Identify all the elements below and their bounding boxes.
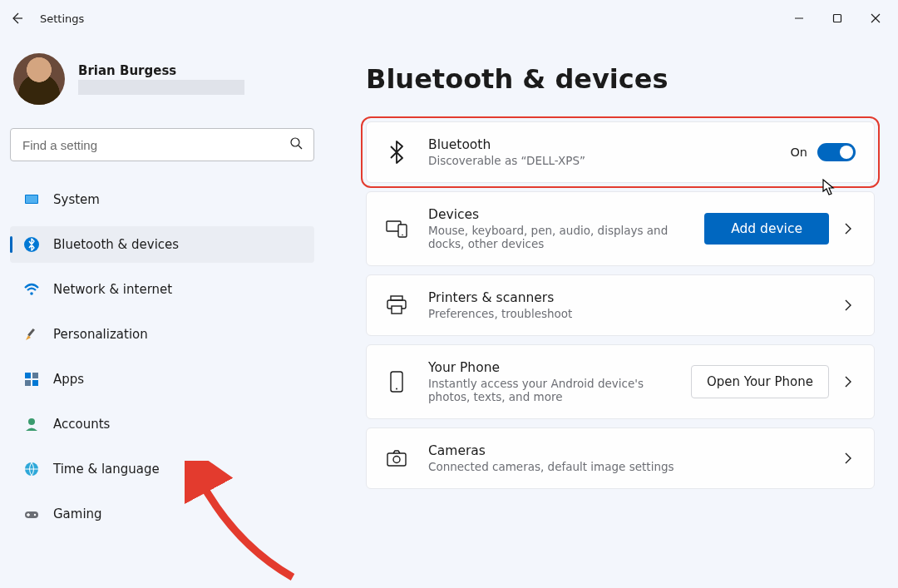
profile-email-redacted	[78, 80, 244, 95]
paintbrush-icon	[23, 326, 40, 343]
gamepad-icon	[23, 506, 40, 522]
svg-point-20	[402, 235, 403, 236]
sidebar-item-label: Network & internet	[53, 282, 172, 297]
back-button[interactable]	[10, 12, 23, 25]
profile[interactable]: Brian Burgess	[10, 53, 314, 105]
svg-rect-9	[25, 373, 31, 378]
svg-rect-11	[25, 380, 31, 386]
svg-rect-26	[387, 453, 406, 466]
svg-rect-23	[392, 306, 402, 314]
sidebar-item-label: Gaming	[53, 506, 102, 521]
bluetooth-icon	[385, 141, 408, 164]
apps-icon	[23, 371, 40, 388]
chevron-right-icon	[844, 223, 856, 235]
sidebar-item-bluetooth-devices[interactable]: Bluetooth & devices	[10, 226, 314, 263]
sidebar-item-time-language[interactable]: Time & language	[10, 451, 314, 487]
svg-point-13	[28, 418, 35, 425]
card-devices-sub: Mouse, keyboard, pen, audio, displays an…	[428, 224, 684, 250]
app-title: Settings	[40, 12, 84, 25]
svg-rect-8	[27, 329, 35, 337]
card-devices-title: Devices	[428, 207, 684, 222]
chevron-right-icon	[844, 452, 856, 464]
chevron-right-icon	[844, 299, 856, 311]
sidebar-item-apps[interactable]: Apps	[10, 361, 314, 398]
search-input[interactable]	[10, 128, 314, 161]
card-printers-title: Printers & scanners	[428, 290, 824, 305]
monitor-icon	[23, 191, 40, 208]
sidebar-item-accounts[interactable]: Accounts	[10, 406, 314, 442]
search-icon	[289, 136, 303, 153]
svg-point-2	[291, 138, 299, 146]
toggle-switch-icon	[817, 143, 856, 161]
devices-icon	[385, 220, 408, 238]
globe-clock-icon	[23, 461, 40, 477]
svg-point-27	[393, 457, 400, 463]
card-bluetooth-sub: Discoverable as “DELL-XPS”	[428, 154, 770, 167]
sidebar: Brian Burgess System Bluetooth & devices…	[0, 37, 324, 588]
sidebar-item-label: Time & language	[53, 462, 160, 477]
svg-rect-10	[32, 373, 38, 378]
sidebar-item-gaming[interactable]: Gaming	[10, 496, 314, 532]
card-your-phone[interactable]: Your Phone Instantly access your Android…	[366, 344, 875, 419]
phone-icon	[385, 370, 408, 393]
open-your-phone-button[interactable]: Open Your Phone	[691, 365, 829, 398]
card-phone-title: Your Phone	[428, 360, 671, 375]
svg-rect-5	[26, 195, 37, 203]
svg-rect-1	[834, 15, 841, 22]
minimize-button[interactable]	[787, 6, 812, 31]
sidebar-item-label: Accounts	[53, 417, 110, 432]
card-bluetooth-title: Bluetooth	[428, 137, 770, 152]
person-icon	[23, 416, 40, 432]
close-button[interactable]	[863, 6, 888, 31]
card-cameras[interactable]: Cameras Connected cameras, default image…	[366, 427, 875, 489]
avatar	[13, 53, 65, 105]
title-bar: Settings	[0, 0, 898, 37]
sidebar-item-label: Bluetooth & devices	[53, 237, 179, 252]
card-printers-sub: Preferences, troubleshoot	[428, 307, 824, 320]
bluetooth-toggle[interactable]: On	[790, 143, 856, 161]
content-area: Bluetooth & devices Bluetooth Discoverab…	[324, 37, 898, 588]
page-title: Bluetooth & devices	[366, 63, 875, 95]
card-cameras-title: Cameras	[428, 443, 824, 458]
sidebar-item-personalization[interactable]: Personalization	[10, 316, 314, 353]
svg-point-25	[396, 388, 397, 390]
svg-point-17	[34, 514, 36, 516]
svg-rect-12	[32, 380, 38, 386]
bluetooth-icon	[23, 236, 40, 253]
wifi-icon	[23, 281, 40, 298]
card-cameras-sub: Connected cameras, default image setting…	[428, 460, 824, 473]
card-devices[interactable]: Devices Mouse, keyboard, pen, audio, dis…	[366, 191, 875, 266]
svg-line-3	[299, 146, 302, 149]
sidebar-item-label: System	[53, 192, 100, 207]
printer-icon	[385, 295, 408, 315]
sidebar-item-label: Apps	[53, 372, 84, 387]
sidebar-item-network[interactable]: Network & internet	[10, 271, 314, 308]
svg-point-7	[30, 292, 33, 295]
camera-icon	[385, 449, 408, 467]
sidebar-item-system[interactable]: System	[10, 181, 314, 218]
card-bluetooth[interactable]: Bluetooth Discoverable as “DELL-XPS” On	[366, 121, 875, 183]
add-device-button[interactable]: Add device	[704, 213, 829, 245]
profile-name: Brian Burgess	[78, 63, 314, 78]
card-phone-sub: Instantly access your Android device's p…	[428, 377, 671, 403]
chevron-right-icon	[844, 376, 856, 388]
svg-rect-21	[391, 296, 402, 300]
maximize-button[interactable]	[825, 6, 850, 31]
sidebar-item-label: Personalization	[53, 327, 148, 342]
toggle-state-label: On	[790, 146, 807, 159]
card-printers[interactable]: Printers & scanners Preferences, trouble…	[366, 274, 875, 336]
